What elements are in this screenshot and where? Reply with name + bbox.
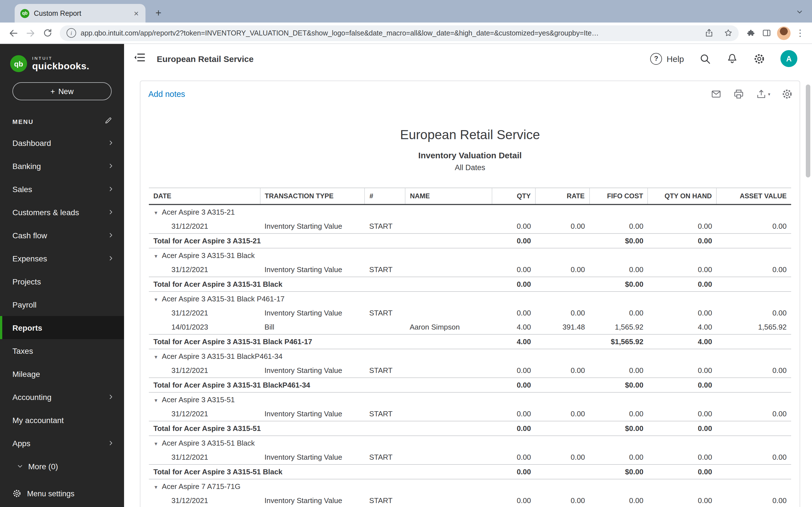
table-row[interactable]: 31/12/2021Inventory Starting ValueSTART0… bbox=[149, 450, 791, 464]
forward-button[interactable] bbox=[22, 25, 38, 41]
collapse-triangle-icon[interactable]: ▾ bbox=[154, 484, 157, 490]
total-fifo-cost: $0.00 bbox=[590, 421, 648, 436]
refresh-button[interactable] bbox=[40, 25, 55, 41]
tab-close-icon[interactable]: × bbox=[133, 9, 140, 17]
cell-qty: 0.00 bbox=[492, 494, 536, 507]
group-row[interactable]: ▾Acer Aspire 3 A315-31 Black P461-17 bbox=[149, 291, 791, 306]
sidebar-item-sales[interactable]: Sales bbox=[0, 177, 124, 201]
edit-menu-pencil-icon[interactable] bbox=[104, 116, 113, 127]
collapse-triangle-icon[interactable]: ▾ bbox=[154, 441, 157, 447]
sidebar-item-accounting[interactable]: Accounting bbox=[0, 385, 124, 408]
cell-asset-value: 0.00 bbox=[717, 407, 791, 421]
browser-tab[interactable]: qb Custom Report × bbox=[15, 4, 146, 22]
collapse-sidebar-icon[interactable] bbox=[133, 51, 146, 66]
quickbooks-logo: qb INTUIT quickbooks. bbox=[0, 44, 124, 72]
sidebar-item-reports[interactable]: Reports bbox=[0, 316, 124, 339]
new-button-label: New bbox=[58, 87, 73, 96]
collapse-triangle-icon[interactable]: ▾ bbox=[154, 253, 157, 259]
chevron-right-icon bbox=[108, 394, 114, 400]
sidebar-item-dashboard[interactable]: Dashboard bbox=[0, 131, 124, 154]
table-row[interactable]: 31/12/2021Inventory Starting ValueSTART0… bbox=[149, 263, 791, 277]
cell-name bbox=[405, 494, 492, 507]
table-row[interactable]: 31/12/2021Inventory Starting ValueSTART0… bbox=[149, 363, 791, 378]
total-fifo-cost: $1,565.92 bbox=[590, 334, 648, 349]
group-row[interactable]: ▾Acer Aspire 3 A315-21 bbox=[149, 205, 791, 219]
collapse-triangle-icon[interactable]: ▾ bbox=[154, 354, 157, 360]
collapse-triangle-icon[interactable]: ▾ bbox=[154, 296, 157, 302]
table-row[interactable]: 31/12/2021Inventory Starting ValueSTART0… bbox=[149, 306, 791, 320]
group-row[interactable]: ▾Acer Aspire 3 A315-51 Black bbox=[149, 436, 791, 450]
sidebar-item-banking[interactable]: Banking bbox=[0, 154, 124, 177]
cell-name bbox=[405, 363, 492, 378]
group-name: Acer Aspire 7 A715-71G bbox=[162, 482, 241, 491]
sidebar-item-more[interactable]: More (0) bbox=[0, 455, 124, 478]
cell-asset-value: 0.00 bbox=[717, 494, 791, 507]
new-tab-button[interactable]: + bbox=[151, 6, 166, 20]
group-row[interactable]: ▾Acer Aspire 3 A315-31 Black bbox=[149, 248, 791, 263]
cell-qty: 0.00 bbox=[492, 450, 536, 464]
sidebar-item-projects[interactable]: Projects bbox=[0, 270, 124, 293]
group-row[interactable]: ▾Acer Aspire 3 A315-31 BlackP461-34 bbox=[149, 349, 791, 363]
cell-transaction-type: Bill bbox=[260, 320, 364, 334]
total-label: Total for Acer Aspire 3 A315-31 Black P4… bbox=[149, 334, 492, 349]
cell-date: 31/12/2021 bbox=[149, 450, 260, 464]
total-qty: 4.00 bbox=[492, 334, 536, 349]
sidebar-item-payroll[interactable]: Payroll bbox=[0, 293, 124, 316]
bookmark-star-icon[interactable] bbox=[721, 25, 735, 40]
chevron-right-icon bbox=[108, 255, 114, 262]
export-icon[interactable]: ▾ bbox=[756, 89, 770, 100]
share-icon[interactable] bbox=[702, 25, 716, 40]
new-button[interactable]: + New bbox=[12, 82, 112, 100]
cell-name bbox=[405, 450, 492, 464]
cell-name bbox=[405, 263, 492, 277]
sidebar-item-label: Banking bbox=[12, 161, 108, 170]
sidebar-item-mileage[interactable]: Mileage bbox=[0, 362, 124, 385]
sidebar-item-expenses[interactable]: Expenses bbox=[0, 247, 124, 270]
quickbooks-wordmark: quickbooks. bbox=[32, 61, 89, 72]
help-button[interactable]: ? Help bbox=[650, 53, 684, 64]
tab-title: Custom Report bbox=[34, 9, 128, 17]
cell-date: 31/12/2021 bbox=[149, 306, 260, 320]
vertical-scrollbar-thumb[interactable] bbox=[806, 84, 810, 177]
column-header-transaction-type: TRANSACTION TYPE bbox=[260, 188, 364, 205]
group-row[interactable]: ▾Acer Aspire 3 A315-51 bbox=[149, 392, 791, 407]
add-notes-link[interactable]: Add notes bbox=[148, 90, 185, 99]
sidebar-item-apps[interactable]: Apps bbox=[0, 432, 124, 455]
browser-menu-kebab-icon[interactable]: ⋮ bbox=[794, 27, 806, 38]
side-panel-icon[interactable] bbox=[759, 25, 774, 40]
table-row[interactable]: 31/12/2021Inventory Starting ValueSTART0… bbox=[149, 219, 791, 233]
cell-qty: 4.00 bbox=[492, 320, 536, 334]
sidebar-item-cash-flow[interactable]: Cash flow bbox=[0, 224, 124, 247]
sidebar-item-my-accountant[interactable]: My accountant bbox=[0, 408, 124, 432]
sidebar-item-customers-leads[interactable]: Customers & leads bbox=[0, 201, 124, 224]
group-name: Acer Aspire 3 A315-31 Black P461-17 bbox=[162, 295, 285, 303]
sidebar-item-taxes[interactable]: Taxes bbox=[0, 339, 124, 362]
search-icon[interactable] bbox=[699, 53, 711, 64]
column-header-asset-value: ASSET VALUE bbox=[717, 188, 791, 205]
settings-gear-icon[interactable] bbox=[753, 53, 765, 64]
site-info-icon[interactable]: i bbox=[66, 28, 76, 38]
browser-profile-avatar[interactable] bbox=[777, 26, 791, 40]
print-icon[interactable] bbox=[733, 89, 744, 100]
user-avatar[interactable]: A bbox=[780, 50, 797, 67]
main-area: European Retail Service ? Help bbox=[124, 44, 812, 507]
table-row[interactable]: 31/12/2021Inventory Starting ValueSTART0… bbox=[149, 407, 791, 421]
menu-settings-button[interactable]: Menu settings bbox=[0, 489, 124, 498]
total-label: Total for Acer Aspire 3 A315-21 bbox=[149, 233, 492, 248]
address-bar[interactable]: i app.qbo.intuit.com/app/reportv2?token=… bbox=[60, 25, 739, 41]
email-envelope-icon[interactable] bbox=[711, 89, 722, 100]
group-row[interactable]: ▾Acer Aspire 7 A715-71G bbox=[149, 479, 791, 494]
more-label: More (0) bbox=[28, 462, 58, 471]
collapse-triangle-icon[interactable]: ▾ bbox=[154, 397, 157, 403]
total-row: Total for Acer Aspire 3 A315-510.00$0.00… bbox=[149, 421, 791, 436]
report-toolbar: Add notes ▾ bbox=[140, 81, 800, 107]
cell-asset-value: 0.00 bbox=[717, 263, 791, 277]
collapse-triangle-icon[interactable]: ▾ bbox=[154, 210, 157, 216]
back-button[interactable] bbox=[6, 25, 21, 41]
extensions-puzzle-icon[interactable] bbox=[743, 25, 758, 40]
table-row[interactable]: 14/01/2023BillAaron Simpson4.00391.481,5… bbox=[149, 320, 791, 334]
tabstrip-chevron-down-icon[interactable] bbox=[796, 7, 803, 17]
notifications-bell-icon[interactable] bbox=[726, 53, 738, 64]
table-row[interactable]: 31/12/2021Inventory Starting ValueSTART0… bbox=[149, 494, 791, 507]
report-settings-gear-icon[interactable] bbox=[781, 89, 793, 100]
